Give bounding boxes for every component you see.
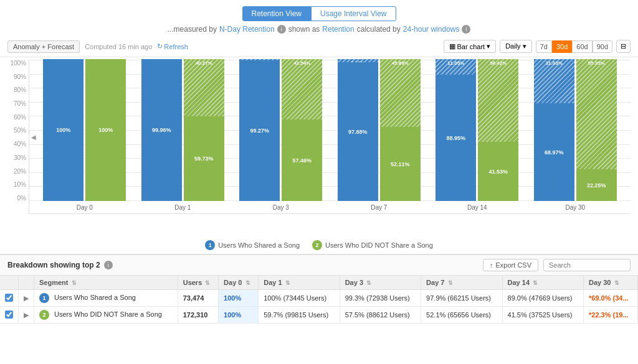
blue-bar-day-4: 11.05%88.95%	[436, 59, 476, 201]
day-label-3: Day 7	[330, 204, 429, 211]
row-day0: 100%	[219, 307, 259, 324]
table-row: ▶ 1 Users Who Shared a Song 73,474 100% …	[0, 290, 638, 307]
table-header-bar: Breakdown showing top 2 i ↑ Export CSV	[0, 255, 638, 276]
windows-link[interactable]: 24-hour windows	[403, 25, 460, 34]
data-table: Segment ⇅ Users ⇅ Day 0 ⇅ Day 1 ⇅ Day 3 …	[0, 276, 638, 324]
retention-link[interactable]: Retention	[322, 25, 354, 34]
30d-button[interactable]: 30d	[552, 40, 572, 53]
bar-group-day-2: 0.73%99.27%42.54%57.46%	[232, 60, 330, 201]
header-users[interactable]: Users ⇅	[178, 276, 218, 290]
day-label-2: Day 3	[232, 204, 330, 211]
export-icon: ↑	[490, 261, 493, 269]
row-expand[interactable]: ▶	[19, 307, 34, 324]
green-bar-day-2: 42.54%57.46%	[282, 59, 322, 201]
chevron-down-icon: ▾	[487, 42, 490, 50]
bar-group-day-1: 99.96%40.27%59.73%	[134, 60, 232, 201]
header-day14[interactable]: Day 14 ⇅	[502, 276, 583, 290]
table-section: Breakdown showing top 2 i ↑ Export CSV S…	[0, 254, 638, 324]
export-icon-button[interactable]: ⊟	[616, 40, 631, 53]
header-day3[interactable]: Day 3 ⇅	[340, 276, 421, 290]
table-controls: ↑ Export CSV	[483, 259, 631, 271]
green-bar-day-5: 55.35%22.25%	[576, 59, 617, 201]
chart-type-button[interactable]: ▦ Bar chart ▾	[444, 40, 497, 53]
row-day30: *22.3% (19...	[584, 307, 638, 324]
bar-chart-icon: ▦	[449, 42, 455, 50]
refresh-button[interactable]: ↻ Refresh	[157, 42, 188, 50]
header-day0[interactable]: Day 0 ⇅	[219, 276, 259, 290]
90d-button[interactable]: 90d	[593, 40, 612, 53]
row-day1: 59.7% (99815 Users)	[259, 307, 340, 324]
blue-bar-day-1: 99.96%	[141, 59, 182, 201]
collapse-arrow[interactable]: ◀	[31, 134, 36, 141]
legend-dot-1: 1	[205, 240, 215, 250]
day-label-1: Day 1	[134, 204, 232, 211]
legend-item-shared: 1 Users Who Shared a Song	[205, 240, 300, 250]
y-axis: 100% 90% 80% 70% 60% 50% 40% 30% 20% 10%…	[7, 60, 29, 214]
row-checkbox-cell[interactable]	[0, 307, 19, 324]
legend-dot-2: 2	[312, 240, 322, 250]
blue-bar-day-5: 31.03%68.97%	[534, 59, 574, 201]
row-day3: 57.5% (88612 Users)	[340, 307, 421, 324]
header-segment[interactable]: Segment ⇅	[34, 276, 178, 290]
blue-bar-day-0: 100%	[43, 59, 83, 201]
toolbar: Anomaly + Forecast Computed 16 min ago ↻…	[0, 36, 638, 57]
table-header-row: Segment ⇅ Users ⇅ Day 0 ⇅ Day 1 ⇅ Day 3 …	[0, 276, 638, 290]
green-bar-day-0: 100%	[85, 59, 126, 201]
usage-interval-tab[interactable]: Usage Interval View	[311, 6, 396, 21]
segment-badge-1: 2	[39, 310, 49, 320]
toolbar-left: Anomaly + Forecast Computed 16 min ago ↻…	[7, 40, 439, 53]
table-row: ▶ 2 Users Who DID NOT Share a Song 172,3…	[0, 307, 638, 324]
row-checkbox-cell[interactable]	[0, 290, 19, 307]
row-segment-name: 2 Users Who DID NOT Share a Song	[34, 307, 178, 324]
row-checkbox[interactable]	[5, 310, 13, 319]
green-bar-day-3: 45.89%52.11%	[380, 59, 421, 201]
nday-retention-link[interactable]: N-Day Retention	[219, 25, 275, 34]
computed-text: Computed 16 min ago	[85, 43, 152, 50]
row-expand[interactable]: ▶	[19, 290, 34, 307]
legend-item-not-shared: 2 Users Who DID NOT Share a Song	[312, 240, 433, 250]
search-input[interactable]	[543, 259, 631, 271]
header-day7[interactable]: Day 7 ⇅	[421, 276, 502, 290]
table-info-icon[interactable]: i	[104, 261, 113, 269]
green-bar-day-1: 40.27%59.73%	[184, 59, 224, 201]
calculated-by-text: calculated by	[357, 25, 401, 34]
7d-button[interactable]: 7d	[536, 40, 552, 53]
day-label-5: Day 30	[526, 204, 625, 211]
segment-badge-0: 1	[39, 293, 49, 303]
header-day1[interactable]: Day 1 ⇅	[259, 276, 340, 290]
period-button[interactable]: Daily ▾	[500, 40, 532, 53]
header-day30[interactable]: Day 30 ⇅	[584, 276, 638, 290]
retention-view-tab[interactable]: Retention View	[242, 6, 312, 21]
chart-legend: 1 Users Who Shared a Song 2 Users Who DI…	[0, 238, 638, 254]
row-checkbox[interactable]	[5, 294, 13, 302]
day-label-4: Day 14	[428, 204, 526, 211]
shown-as-text: shown as	[288, 25, 320, 34]
row-day7: 97.9% (66215 Users)	[421, 290, 502, 307]
bar-group-day-3: 2.12%97.88%45.89%52.11%	[330, 60, 429, 201]
60d-button[interactable]: 60d	[572, 40, 592, 53]
row-day1: 100% (73445 Users)	[259, 290, 340, 307]
info-dot-1[interactable]: i	[277, 25, 286, 34]
anomaly-forecast-button[interactable]: Anomaly + Forecast	[7, 40, 80, 53]
row-day0: 100%	[219, 290, 259, 307]
green-bar-day-4: 58.42%41.53%	[478, 59, 518, 201]
day-labels-row: Day 0Day 1Day 3Day 7Day 14Day 30	[29, 201, 631, 213]
row-day7: 52.1% (65656 Users)	[421, 307, 502, 324]
row-day3: 99.3% (72938 Users)	[340, 290, 421, 307]
info-dot-2[interactable]: i	[462, 25, 470, 34]
row-users: 73,474	[178, 290, 218, 307]
bar-group-day-0: 100%100%	[36, 60, 134, 201]
row-users: 172,310	[178, 307, 218, 324]
blue-bar-day-2: 0.73%99.27%	[239, 59, 280, 201]
bar-groups: 100%100%99.96%40.27%59.73%0.73%99.27%42.…	[29, 60, 631, 201]
bar-group-day-5: 31.03%68.97%55.35%22.25%	[526, 60, 625, 201]
chart-area: 100% 90% 80% 70% 60% 50% 40% 30% 20% 10%…	[0, 57, 638, 238]
export-csv-button[interactable]: ↑ Export CSV	[483, 259, 538, 271]
header-checkbox-cell	[0, 276, 19, 290]
legend-label-2: Users Who DID NOT Share a Song	[325, 241, 433, 249]
table-body: ▶ 1 Users Who Shared a Song 73,474 100% …	[0, 290, 638, 324]
row-day30: *69.0% (34...	[584, 290, 638, 307]
header-expand-cell	[19, 276, 34, 290]
row-day14: 41.5% (37525 Users)	[502, 307, 583, 324]
table-title: Breakdown showing top 2	[7, 261, 100, 269]
